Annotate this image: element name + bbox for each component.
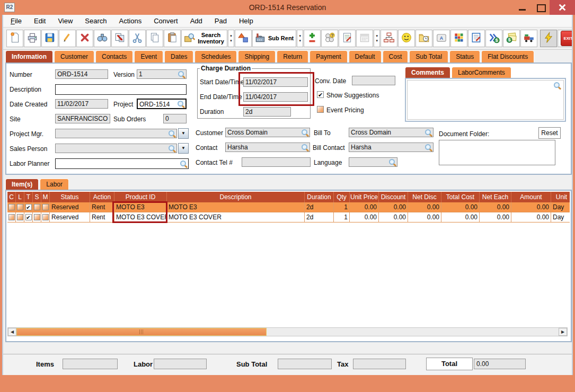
date-created-field[interactable]: 11/02/2017 <box>55 99 108 109</box>
bill-contact-field[interactable]: Harsha <box>349 142 434 152</box>
col-header-c[interactable]: C <box>7 192 16 202</box>
menu-add[interactable]: Add <box>190 17 202 25</box>
price-notes-button[interactable]: $ <box>503 30 520 47</box>
table-row[interactable]: ✔ Reserved Rent MOTO E3 MOTO E3 2d 1 0.0… <box>7 202 570 212</box>
document-folder-textarea[interactable] <box>439 140 555 165</box>
menu-edit[interactable]: Edit <box>34 17 46 25</box>
edit-pad-button[interactable] <box>468 30 485 47</box>
end-date-field[interactable]: 11/04/2017 <box>243 92 308 102</box>
availability-query-button[interactable]: ? <box>321 30 338 47</box>
row2-check-s[interactable] <box>34 214 40 220</box>
start-date-field[interactable]: 11/02/2017 <box>243 77 308 87</box>
language-field[interactable] <box>349 157 397 167</box>
row1-check-t[interactable]: ✔ <box>25 204 32 210</box>
sales-person-search-icon[interactable] <box>169 145 175 152</box>
tab-sub-total[interactable]: Sub Total <box>409 50 448 63</box>
tab-flat-discounts[interactable]: Flat Discounts <box>481 50 534 63</box>
tab-shipping[interactable]: Shipping <box>238 50 276 63</box>
menu-search[interactable]: Search <box>85 17 107 25</box>
convert-shapes-button[interactable] <box>235 30 252 47</box>
save-button[interactable] <box>41 30 58 47</box>
col-header-net-each[interactable]: Net Each <box>480 192 511 202</box>
scrollbar-thumb[interactable] <box>16 328 267 336</box>
delete-button[interactable] <box>76 30 93 47</box>
tab-return[interactable]: Return <box>277 50 308 63</box>
new-document-button[interactable] <box>6 30 23 47</box>
tab-labor-comments[interactable]: LaborComments <box>452 67 511 78</box>
col-header-m[interactable]: M <box>41 192 50 202</box>
contact-search-icon[interactable] <box>302 144 308 151</box>
row1-check-c[interactable] <box>8 204 15 210</box>
col-header-total-cost[interactable]: Total Cost <box>441 192 480 202</box>
customer-search-icon[interactable] <box>302 129 308 136</box>
tab-default[interactable]: Default <box>349 50 382 63</box>
menu-convert[interactable]: Convert <box>154 17 178 25</box>
labor-planner-field[interactable] <box>55 158 189 169</box>
col-header-description[interactable]: Description <box>167 192 305 202</box>
event-pricing-checkbox[interactable] <box>317 106 324 113</box>
calendar-dropdown[interactable]: ▼▼ <box>374 30 380 47</box>
add-remove-button[interactable] <box>304 30 321 47</box>
tab-payment[interactable]: Payment <box>309 50 347 63</box>
search-inventory-dropdown[interactable]: ▼▼ <box>228 30 234 47</box>
maximize-button[interactable] <box>532 0 550 15</box>
site-field[interactable]: SANFRANCISCO <box>55 114 110 123</box>
delivery-truck-button[interactable] <box>520 30 537 47</box>
exit-button[interactable]: EXIT <box>558 30 572 47</box>
minimize-button[interactable] <box>514 0 532 15</box>
contact-field[interactable]: Harsha <box>225 142 310 152</box>
number-field[interactable]: ORD-1514 <box>55 69 108 79</box>
col-header-duration[interactable]: Duration <box>305 192 334 202</box>
menu-file[interactable]: File <box>11 17 22 25</box>
show-suggestions-checkbox[interactable]: ✔ <box>317 91 324 98</box>
bill-contact-search-icon[interactable] <box>425 144 432 151</box>
project-field[interactable]: ORD-1514 <box>137 99 187 109</box>
tab-items[interactable]: Item(s) <box>5 179 39 190</box>
contact-tel-field[interactable] <box>242 157 311 167</box>
version-search-icon[interactable] <box>178 71 185 78</box>
cube-stack-button[interactable] <box>450 30 467 47</box>
menu-help[interactable]: Help <box>239 17 253 25</box>
menu-view[interactable]: View <box>58 17 73 25</box>
col-header-l[interactable]: L <box>16 192 24 202</box>
project-mgr-field[interactable] <box>55 129 177 138</box>
tab-event[interactable]: Event <box>134 50 163 63</box>
sub-rent-button[interactable]: Sub Rent <box>252 30 296 47</box>
close-button[interactable] <box>550 0 575 15</box>
project-mgr-dropdown[interactable]: ▼ <box>178 128 189 139</box>
sub-orders-field[interactable]: 0 <box>163 114 187 123</box>
search-inventory-button[interactable]: Search Inventory <box>181 30 227 47</box>
send-invoice-button[interactable]: $ <box>485 30 502 47</box>
sales-person-dropdown[interactable]: ▼ <box>178 143 189 154</box>
cut-button[interactable] <box>129 30 146 47</box>
description-field[interactable] <box>55 84 187 95</box>
tab-status[interactable]: Status <box>449 50 480 63</box>
col-header-action[interactable]: Action <box>90 192 114 202</box>
row1-check-m[interactable] <box>42 204 49 210</box>
scroll-right-arrow[interactable]: ▶ <box>559 328 567 336</box>
col-header-product-id[interactable]: Product ID <box>114 192 167 202</box>
scroll-left-arrow[interactable]: ◀ <box>8 328 16 336</box>
row2-check-t[interactable]: ✔ <box>25 214 32 220</box>
transfer-order-button[interactable] <box>111 30 128 47</box>
tab-customer[interactable]: Customer <box>54 50 94 63</box>
row1-check-l[interactable] <box>17 204 23 210</box>
row2-check-m[interactable] <box>42 214 49 220</box>
sales-person-field[interactable] <box>55 144 177 153</box>
tab-schedules[interactable]: Schedules <box>194 50 237 63</box>
tab-dates[interactable]: Dates <box>164 50 193 63</box>
row2-check-c[interactable] <box>8 214 15 220</box>
reset-button[interactable]: Reset <box>538 127 561 139</box>
col-header-status[interactable]: Status <box>50 192 90 202</box>
tab-information[interactable]: Information <box>5 50 53 63</box>
copy-button[interactable] <box>146 30 163 47</box>
bill-to-search-icon[interactable] <box>425 129 432 136</box>
comments-textarea[interactable] <box>407 80 564 120</box>
col-header-qty[interactable]: Qty <box>334 192 350 202</box>
tab-cost[interactable]: Cost <box>383 50 409 63</box>
find-button[interactable] <box>94 30 111 47</box>
row1-check-s[interactable] <box>34 204 40 210</box>
tab-labor[interactable]: Labor <box>40 179 69 190</box>
col-header-s[interactable]: S <box>33 192 41 202</box>
col-header-t[interactable]: T <box>24 192 33 202</box>
